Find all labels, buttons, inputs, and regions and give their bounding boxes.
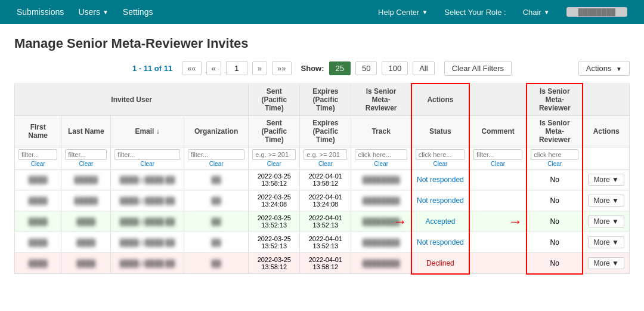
cell-expires: 2022-04-01 13:52:13 xyxy=(300,232,351,253)
cell-organization: ██ xyxy=(184,253,249,274)
col-last-name: Last Name xyxy=(61,116,111,147)
filter-last-name-input[interactable] xyxy=(65,149,107,160)
more-actions-btn[interactable]: More ▼ xyxy=(588,257,624,269)
cell-organization: ██ xyxy=(184,211,249,232)
cell-first-name: ████ xyxy=(15,170,61,190)
more-actions-btn[interactable]: More ▼ xyxy=(588,215,624,227)
cell-status: Declined xyxy=(411,253,469,274)
filter-org-input[interactable] xyxy=(188,149,245,160)
cell-first-name: ████ xyxy=(15,190,61,211)
nav-users[interactable]: Users ▼ xyxy=(71,0,115,24)
table-row: ████ ████ ████@████.██ ██ 2022-03-25 13:… xyxy=(15,232,630,253)
more-actions-btn[interactable]: More ▼ xyxy=(588,236,624,248)
cell-actions: More ▼ xyxy=(583,253,629,274)
page-number-input[interactable] xyxy=(226,61,247,75)
prev-page-btn[interactable]: « xyxy=(206,61,221,75)
col-expires: Expires(PacificTime) xyxy=(300,116,351,147)
cell-email: ████@████.██ xyxy=(111,232,184,253)
col-actions: Actions xyxy=(583,116,629,147)
cell-organization: ██ xyxy=(184,232,249,253)
th-is-senior: Is SeniorMeta-Reviewer xyxy=(527,84,583,116)
cell-first-name: ████ xyxy=(15,211,61,232)
cell-expires: 2022-04-01 13:52:13 xyxy=(300,211,351,232)
filter-is-senior-input[interactable] xyxy=(531,149,578,160)
cell-last-name: ████ xyxy=(61,211,111,232)
cell-email: ████@████.██ xyxy=(111,170,184,190)
cell-email: ████@████.██ xyxy=(111,190,184,211)
cell-track: ████████ xyxy=(351,190,411,211)
cell-first-name: ████ xyxy=(15,253,61,274)
cell-last-name: █████ xyxy=(61,190,111,211)
help-dropdown-arrow: ▼ xyxy=(422,9,428,16)
nav-user-account[interactable]: ████████ xyxy=(559,0,634,24)
email-sort-icon[interactable]: ↓ xyxy=(156,127,160,136)
show-all-btn[interactable]: All xyxy=(413,61,434,75)
filter-email-input[interactable] xyxy=(114,149,180,160)
filter-comment-input[interactable] xyxy=(473,149,522,160)
filter-is-senior-clear[interactable]: Clear xyxy=(531,161,578,167)
cell-is-senior: No xyxy=(527,232,583,253)
filter-last-name-clear[interactable]: Clear xyxy=(65,161,107,167)
show-label: Show: xyxy=(301,64,324,73)
col-track: Track xyxy=(351,116,411,147)
show-100-btn[interactable]: 100 xyxy=(382,61,408,75)
cell-actions: More ▼ xyxy=(583,170,629,190)
first-page-btn[interactable]: «« xyxy=(182,61,201,75)
filter-status-input[interactable] xyxy=(416,149,465,160)
filter-first-name-input[interactable] xyxy=(18,149,57,160)
nav-settings[interactable]: Settings xyxy=(116,0,160,24)
filter-last-name: Clear xyxy=(61,147,111,170)
cell-sent: 2022-03-25 13:24:08 xyxy=(249,190,300,211)
more-actions-btn[interactable]: More ▼ xyxy=(588,195,624,207)
col-is-senior: Is Senior Meta-Reviewer xyxy=(527,116,583,147)
cell-status: Not responded xyxy=(411,170,469,190)
cell-comment xyxy=(469,170,527,190)
col-organization: Organization xyxy=(184,116,249,147)
filter-sent-input[interactable] xyxy=(252,149,296,160)
th-expires: Expires(PacificTime) xyxy=(300,84,351,116)
cell-last-name: ████ xyxy=(61,253,111,274)
col-comment: Comment xyxy=(469,116,527,147)
more-actions-btn[interactable]: More ▼ xyxy=(588,174,624,186)
filter-sent-clear[interactable]: Clear xyxy=(252,161,296,167)
cell-organization: ██ xyxy=(184,170,249,190)
page-title: Manage Senior Meta-Reviewer Invites xyxy=(14,36,630,51)
filter-track-clear[interactable]: Clear xyxy=(355,161,407,167)
cell-comment xyxy=(469,232,527,253)
filter-org-clear[interactable]: Clear xyxy=(188,161,245,167)
filter-email-clear[interactable]: Clear xyxy=(114,161,180,167)
show-25-btn[interactable]: 25 xyxy=(329,61,351,75)
nav-help-center[interactable]: Help Center ▼ xyxy=(371,0,435,24)
filter-first-name-clear[interactable]: Clear xyxy=(18,161,57,167)
actions-dropdown-btn[interactable]: Actions ▼ xyxy=(578,61,630,76)
nav-chair[interactable]: Chair ▼ xyxy=(516,0,557,24)
th-actions-header xyxy=(583,84,629,116)
filter-sent: Clear xyxy=(249,147,300,170)
cell-track: ████████ xyxy=(351,232,411,253)
cell-actions: More ▼ xyxy=(583,211,629,232)
filter-expires-input[interactable] xyxy=(304,149,347,160)
th-track: Is Senior Meta-Reviewer xyxy=(351,84,411,116)
cell-actions: More ▼ xyxy=(583,232,629,253)
filter-expires-clear[interactable]: Clear xyxy=(304,161,347,167)
next-page-btn[interactable]: » xyxy=(252,61,267,75)
cell-is-senior: No xyxy=(527,190,583,211)
cell-first-name: ████ xyxy=(15,232,61,253)
top-nav: Submissions Users ▼ Settings Help Center… xyxy=(0,0,644,24)
filter-first-name: Clear xyxy=(15,147,61,170)
last-page-btn[interactable]: »» xyxy=(272,61,291,75)
filter-status-clear[interactable]: Clear xyxy=(416,161,465,167)
cell-last-name: █████ xyxy=(61,170,111,190)
th-comment xyxy=(469,84,527,116)
th-status: Actions xyxy=(411,84,469,116)
nav-submissions[interactable]: Submissions xyxy=(10,0,71,24)
filter-actions xyxy=(583,147,629,170)
filter-track-input[interactable] xyxy=(355,149,407,160)
main-content: Manage Senior Meta-Reviewer Invites 1 - … xyxy=(0,24,644,311)
show-50-btn[interactable]: 50 xyxy=(355,61,377,75)
filter-comment-clear[interactable]: Clear xyxy=(473,161,522,167)
table-row: ████ ████ ████@████.██ ██ 2022-03-25 13:… xyxy=(15,253,630,274)
cell-email: ████@████.██ xyxy=(111,211,184,232)
cell-comment xyxy=(469,190,527,211)
clear-all-filters-btn[interactable]: Clear All Filters xyxy=(444,61,512,76)
